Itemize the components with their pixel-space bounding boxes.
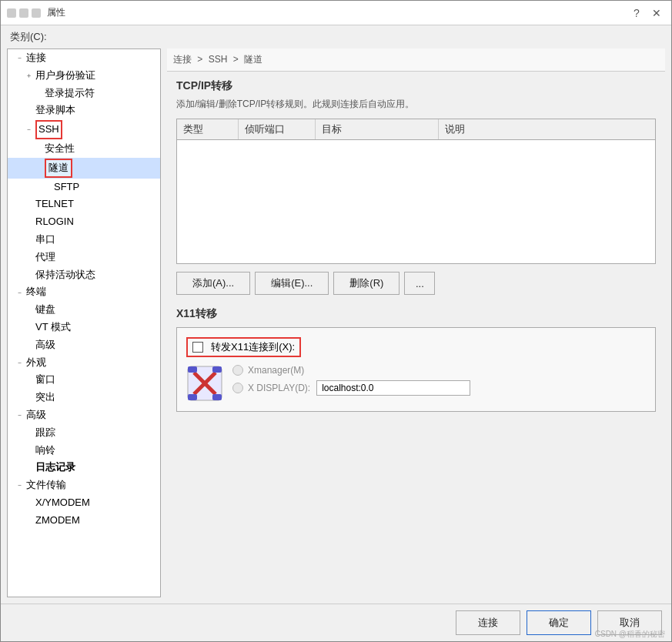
main-content: － 连接 ＋ 用户身份验证 登录提示符 登录脚本 － SSH [7, 48, 665, 597]
expand-sftp-icon [42, 182, 52, 192]
svg-rect-5 [188, 394, 197, 400]
tree-item-rlogin[interactable]: RLOGIN [8, 213, 160, 231]
title-dots [7, 8, 41, 18]
svg-rect-6 [212, 394, 222, 400]
tree-item-ssh[interactable]: － SSH [8, 119, 160, 140]
expand-advanced-icon [23, 339, 34, 350]
breadcrumb: 连接 > SSH > 隧道 [167, 48, 665, 72]
tree-item-auth[interactable]: ＋ 用户身份验证 [8, 67, 160, 85]
x11-forward-row: 转发X11连接到(X): [186, 337, 646, 357]
tree-label-highlight: 突出 [35, 390, 55, 406]
expand-appearance-icon: － [14, 357, 25, 368]
table-body [177, 140, 655, 263]
expand-highlight-icon [23, 393, 34, 403]
title-text: 属性 [47, 6, 65, 19]
tree-item-security[interactable]: 安全性 [8, 140, 160, 158]
tree-item-highlight[interactable]: 突出 [8, 389, 160, 406]
tree-item-loginprompt[interactable]: 登录提示符 [8, 85, 160, 102]
expand-security-icon [32, 143, 43, 154]
category-label: 类别(C): [1, 25, 671, 45]
breadcrumb-sep-2: > [233, 54, 239, 65]
expand-filetransfer-icon: － [14, 480, 25, 491]
tcp-btn-row: 添加(A)... 编辑(E)... 删除(R) ... [176, 272, 656, 295]
title-bar-right: ? ✕ [628, 5, 665, 22]
connect-button[interactable]: 连接 [456, 610, 520, 635]
x11-forward-checkbox-group: 转发X11连接到(X): [186, 337, 301, 357]
tree-item-appearance[interactable]: － 外观 [8, 354, 160, 372]
expand-ssh-icon: － [23, 125, 34, 135]
x11-xmanager-row: Xmanager(M) [232, 365, 646, 376]
title-dot-3 [32, 8, 41, 18]
tree-label-telnet: TELNET [35, 196, 74, 212]
x11-section: X11转移 转发X11连接到(X): [176, 307, 656, 412]
tree-item-terminal[interactable]: － 终端 [8, 283, 160, 301]
x11-options: Xmanager(M) X DISPLAY(D): [232, 365, 646, 400]
panel-body: TCP/IP转移 添加/编辑/删除TCP/IP转移规则。此规则连接后自动应用。 … [167, 72, 665, 597]
tree-item-keyboard[interactable]: 键盘 [8, 301, 160, 319]
watermark: CSDN @稻香的秘密 [595, 629, 665, 640]
xdisplay-label: X DISPLAY(D): [248, 383, 310, 393]
close-button[interactable]: ✕ [648, 5, 665, 22]
tree-item-advanced[interactable]: 高级 [8, 336, 160, 354]
tree-item-vtmode[interactable]: VT 模式 [8, 319, 160, 336]
tree-item-serial[interactable]: 串口 [8, 231, 160, 249]
expand-rlogin-icon [23, 217, 34, 228]
tree-label-bell: 响铃 [35, 443, 55, 459]
tree-label-auth: 用户身份验证 [35, 68, 95, 84]
xdisplay-input[interactable] [316, 380, 470, 396]
svg-rect-4 [212, 366, 222, 373]
tcp-section-title: TCP/IP转移 [176, 79, 656, 93]
title-dot-2 [19, 8, 28, 18]
breadcrumb-part-2: SSH [209, 54, 228, 65]
tree-item-bell[interactable]: 响铃 [8, 442, 160, 460]
title-dot-1 [7, 8, 16, 18]
tree-item-connect[interactable]: － 连接 [8, 49, 160, 67]
expand-keyboard-icon [23, 305, 34, 316]
tree-label-connect: 连接 [26, 50, 46, 66]
tree-label-ssh: SSH [35, 120, 62, 139]
col-desc: 说明 [439, 119, 655, 139]
expand-connect-icon: － [14, 52, 25, 63]
x11-section-title: X11转移 [176, 307, 656, 321]
tree-item-advanced2[interactable]: － 高级 [8, 406, 160, 424]
expand-serial-icon [23, 234, 34, 245]
expand-window-icon [23, 375, 34, 386]
help-button[interactable]: ? [628, 5, 645, 22]
xdisplay-radio[interactable] [232, 383, 243, 393]
add-button[interactable]: 添加(A)... [176, 272, 250, 295]
tree-item-telnet[interactable]: TELNET [8, 196, 160, 213]
col-target: 目标 [316, 119, 439, 139]
tree-item-logging[interactable]: 日志记录 [8, 459, 160, 476]
right-panel: 连接 > SSH > 隧道 TCP/IP转移 添加/编辑/删除TCP/IP转移规… [167, 48, 665, 597]
x11-forward-checkbox[interactable] [192, 342, 203, 353]
xmanager-radio[interactable] [232, 365, 243, 376]
breadcrumb-sep-1: > [197, 54, 202, 65]
tree-label-tunnel: 隧道 [45, 159, 72, 178]
col-type: 类型 [177, 119, 239, 139]
tree-label-vtmode: VT 模式 [35, 319, 71, 336]
title-bar-left: 属性 [7, 6, 65, 19]
expand-zmodem-icon [23, 515, 34, 526]
breadcrumb-part-1: 连接 [173, 54, 192, 65]
tree-item-proxy[interactable]: 代理 [8, 249, 160, 266]
tree-item-loginscript[interactable]: 登录脚本 [8, 102, 160, 119]
delete-button[interactable]: 删除(R) [333, 272, 400, 295]
tree-item-filetransfer[interactable]: － 文件传输 [8, 476, 160, 494]
ok-button[interactable]: 确定 [527, 610, 591, 635]
tree-item-keepalive[interactable]: 保持活动状态 [8, 266, 160, 284]
tree-item-sftp[interactable]: SFTP [8, 179, 160, 196]
expand-advanced2-icon: － [14, 410, 25, 420]
tree-label-advanced2: 高级 [26, 407, 46, 423]
tree-item-window[interactable]: 窗口 [8, 371, 160, 389]
tree-label-serial: 串口 [35, 232, 55, 248]
tree-item-tunnel[interactable]: 隧道 [8, 158, 160, 179]
title-bar: 属性 ? ✕ [1, 1, 671, 25]
more-button[interactable]: ... [404, 272, 435, 295]
tree-item-tracing[interactable]: 跟踪 [8, 424, 160, 442]
tree-label-xymodem: X/YMODEM [35, 495, 90, 511]
tree-label-logging: 日志记录 [35, 460, 75, 476]
tree-label-tracing: 跟踪 [35, 425, 55, 441]
tree-item-zmodem[interactable]: ZMODEM [8, 512, 160, 530]
edit-button[interactable]: 编辑(E)... [255, 272, 329, 295]
tree-item-xymodem[interactable]: X/YMODEM [8, 494, 160, 512]
